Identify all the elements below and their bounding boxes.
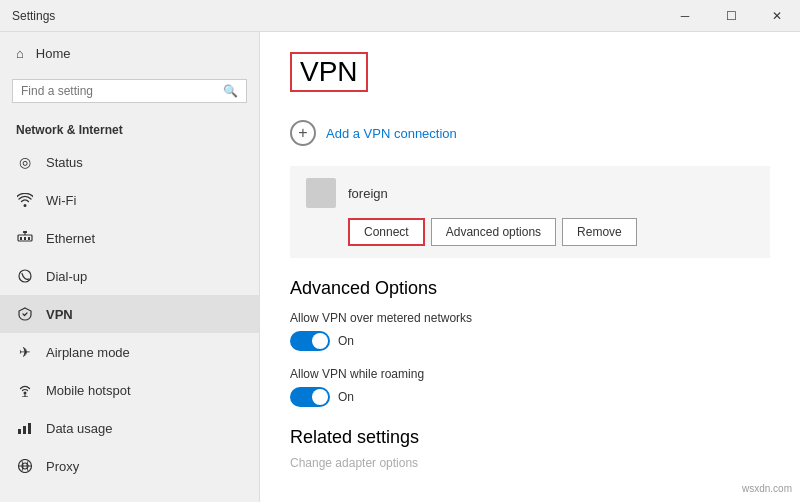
vpn-connection-name: foreign [348,186,388,201]
sidebar-item-home[interactable]: ⌂ Home [0,36,259,71]
vpn-icon [16,305,34,323]
sidebar-item-label: VPN [46,307,73,322]
svg-rect-2 [24,237,26,240]
sidebar-item-label: Airplane mode [46,345,130,360]
sidebar-item-label: Data usage [46,421,113,436]
svg-rect-1 [20,237,22,240]
hotspot-icon [16,381,34,399]
svg-point-6 [19,270,31,282]
change-adapter-link: Change adapter options [290,456,770,470]
minimize-button[interactable]: ─ [662,0,708,32]
advanced-options-button[interactable]: Advanced options [431,218,556,246]
search-icon: 🔍 [223,84,238,98]
svg-rect-12 [28,423,31,434]
vpn-connection-icon [306,178,336,208]
sidebar-section-title: Network & Internet [0,111,259,143]
sidebar-item-status[interactable]: ◎ Status [0,143,259,181]
svg-rect-11 [23,426,26,434]
ethernet-icon [16,229,34,247]
status-icon: ◎ [16,153,34,171]
vpn-roaming-toggle-row: On [290,387,770,407]
vpn-metered-option: Allow VPN over metered networks On [290,311,770,351]
connect-button[interactable]: Connect [348,218,425,246]
sidebar-item-datausage[interactable]: Data usage [0,409,259,447]
vpn-metered-toggle-label: On [338,334,354,348]
vpn-roaming-label: Allow VPN while roaming [290,367,770,381]
plus-icon: + [290,120,316,146]
close-button[interactable]: ✕ [754,0,800,32]
airplane-icon: ✈ [16,343,34,361]
remove-button[interactable]: Remove [562,218,637,246]
vpn-roaming-toggle[interactable] [290,387,330,407]
sidebar: ⌂ Home 🔍 Network & Internet ◎ Status Wi-… [0,32,260,502]
sidebar-item-wifi[interactable]: Wi-Fi [0,181,259,219]
sidebar-item-ethernet[interactable]: Ethernet [0,219,259,257]
search-box[interactable]: 🔍 [12,79,247,103]
sidebar-item-label: Ethernet [46,231,95,246]
svg-rect-10 [18,429,21,434]
main-content: VPN + Add a VPN connection foreign Conne… [260,32,800,502]
sidebar-item-airplane[interactable]: ✈ Airplane mode [0,333,259,371]
vpn-metered-label: Allow VPN over metered networks [290,311,770,325]
maximize-button[interactable]: ☐ [708,0,754,32]
sidebar-item-hotspot[interactable]: Mobile hotspot [0,371,259,409]
add-vpn-label: Add a VPN connection [326,126,457,141]
vpn-connection-item: foreign Connect Advanced options Remove [290,166,770,258]
svg-rect-5 [23,231,27,233]
related-settings-title: Related settings [290,427,770,448]
wifi-icon [16,191,34,209]
proxy-icon [16,457,34,475]
add-vpn-button[interactable]: + Add a VPN connection [290,112,770,154]
titlebar-title: Settings [12,9,55,23]
sidebar-item-label: Status [46,155,83,170]
sidebar-item-label: Wi-Fi [46,193,76,208]
sidebar-item-proxy[interactable]: Proxy [0,447,259,485]
home-icon: ⌂ [16,46,24,61]
sidebar-item-label: Proxy [46,459,79,474]
titlebar: Settings ─ ☐ ✕ [0,0,800,32]
vpn-actions: Connect Advanced options Remove [306,218,754,246]
svg-rect-3 [28,237,30,240]
titlebar-controls: ─ ☐ ✕ [662,0,800,31]
sidebar-home-label: Home [36,46,71,61]
app-body: ⌂ Home 🔍 Network & Internet ◎ Status Wi-… [0,32,800,502]
svg-point-7 [24,392,27,395]
sidebar-item-vpn[interactable]: VPN [0,295,259,333]
page-title: VPN [290,52,368,92]
search-input[interactable] [21,84,217,98]
sidebar-item-dialup[interactable]: Dial-up [0,257,259,295]
sidebar-item-label: Mobile hotspot [46,383,131,398]
dialup-icon [16,267,34,285]
sidebar-item-label: Dial-up [46,269,87,284]
watermark: wsxdn.com [742,483,792,494]
vpn-item-header: foreign [306,178,754,208]
vpn-roaming-option: Allow VPN while roaming On [290,367,770,407]
vpn-metered-toggle-row: On [290,331,770,351]
vpn-roaming-toggle-label: On [338,390,354,404]
advanced-options-title: Advanced Options [290,278,770,299]
datausage-icon [16,419,34,437]
vpn-metered-toggle[interactable] [290,331,330,351]
